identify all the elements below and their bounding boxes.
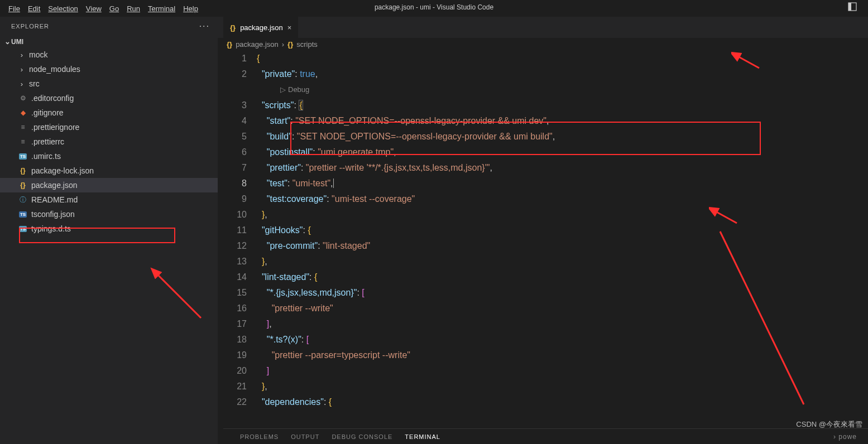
file--prettierrc[interactable]: ≡.prettierrc	[0, 134, 218, 149]
file-label: .prettierignore	[31, 123, 79, 132]
code-line[interactable]: "postinstall": "umi generate tmp",	[257, 144, 868, 160]
file--umirc-ts[interactable]: TS.umirc.ts	[0, 149, 218, 163]
code-line[interactable]: "build": "SET NODE_OPTIONS=--openssl-leg…	[257, 129, 868, 144]
menu-run[interactable]: Run	[123, 4, 144, 13]
menu-help[interactable]: Help	[179, 4, 202, 13]
code-line[interactable]: "prettier --write"	[257, 301, 868, 316]
code-content[interactable]: { "private": true,▷ Debug "scripts": { "…	[257, 51, 868, 444]
folder-mock[interactable]: ›mock	[0, 47, 218, 62]
file-label: .prettierrc	[31, 137, 64, 146]
panel-terminal[interactable]: TERMINAL	[405, 433, 440, 440]
menu-selection[interactable]: Selection	[44, 4, 81, 13]
debug-codelens[interactable]: ▷ Debug	[277, 82, 868, 98]
menu-terminal[interactable]: Terminal	[144, 4, 179, 13]
menu-edit[interactable]: Edit	[24, 4, 44, 13]
code-line[interactable]: "test": "umi-test",	[257, 176, 868, 191]
file--prettierignore[interactable]: ≡.prettierignore	[0, 120, 218, 134]
json-icon: {}	[230, 23, 236, 32]
file-label: README.md	[31, 195, 78, 204]
panel-problems[interactable]: PROBLEMS	[240, 433, 279, 440]
code-line[interactable]: "prettier": "prettier --write '**/*.{js,…	[257, 160, 868, 176]
menu-view[interactable]: View	[82, 4, 105, 13]
chevron-down-icon: ⌄	[3, 37, 11, 46]
json-icon: {}	[227, 40, 232, 49]
project-header[interactable]: ⌄ UMI	[0, 36, 218, 47]
explorer-more-icon[interactable]: ···	[199, 21, 210, 31]
watermark: CSDN @今夜來看雪	[796, 419, 862, 429]
file-label: tsconfig.json	[31, 210, 75, 219]
file-README-md[interactable]: ⓘREADME.md	[0, 192, 218, 207]
line-gutter: 12 345678910111213141516171819202122	[218, 51, 257, 444]
file-tsconfig-json[interactable]: TStsconfig.json	[0, 207, 218, 221]
layout-icon[interactable]	[848, 2, 857, 11]
code-line[interactable]: "*.ts?(x)": [	[257, 332, 868, 348]
svg-rect-1	[848, 3, 851, 11]
file-label: .editorconfig	[31, 94, 74, 103]
close-icon[interactable]: ×	[287, 23, 292, 32]
code-line[interactable]: "start": "SET NODE_OPTIONS=--openssl-leg…	[257, 113, 868, 129]
file-typings-d-ts[interactable]: TStypings.d.ts	[0, 221, 218, 236]
folder-label: src	[29, 79, 40, 88]
file-package-json[interactable]: {}package.json	[0, 178, 218, 192]
tab-package-json[interactable]: {} package.json ×	[223, 17, 299, 38]
file-label: .gitignore	[31, 108, 64, 117]
code-line[interactable]: {	[257, 51, 868, 66]
tab-bar: {} package.json ×	[218, 17, 868, 38]
chevron-right-icon: ›	[18, 80, 26, 88]
code-line[interactable]: ]	[257, 363, 868, 379]
menu-go[interactable]: Go	[105, 4, 123, 13]
project-name: UMI	[11, 38, 23, 46]
code-line[interactable]: "dependencies": {	[257, 394, 868, 410]
panel-tabs: PROBLEMS OUTPUT DEBUG CONSOLE TERMINAL ›…	[223, 428, 868, 444]
file-label: typings.d.ts	[31, 224, 71, 233]
chevron-right-icon: ›	[282, 40, 284, 49]
chevron-right-icon: ›	[18, 65, 26, 74]
folder-node_modules[interactable]: ›node_modules	[0, 62, 218, 76]
editor-area: {} package.json × {} package.json › {} s…	[218, 17, 868, 444]
file-label: .umirc.ts	[31, 152, 61, 161]
code-line[interactable]: "test:coverage": "umi-test --coverage"	[257, 191, 868, 207]
folder-label: mock	[29, 50, 47, 59]
panel-output[interactable]: OUTPUT	[291, 433, 319, 440]
code-line[interactable]: "scripts": {	[257, 98, 868, 113]
debug-label: Debug	[288, 82, 309, 98]
code-line[interactable]: "lint-staged": {	[257, 269, 868, 285]
file-label: package.json	[31, 181, 78, 190]
code-line[interactable]: "prettier --parser=typescript --write"	[257, 348, 868, 363]
folder-label: node_modules	[29, 65, 80, 74]
play-icon: ▷	[280, 82, 286, 98]
breadcrumb-file[interactable]: package.json	[236, 40, 279, 49]
file-label: package-lock.json	[31, 166, 94, 175]
folder-src[interactable]: ›src	[0, 76, 218, 91]
file--editorconfig[interactable]: ⚙.editorconfig	[0, 91, 218, 105]
sidebar: EXPLORER ··· ⌄ UMI ›mock›node_modules›sr…	[0, 17, 218, 444]
terminal-shell[interactable]: › powe	[833, 433, 857, 441]
code-line[interactable]: ],	[257, 316, 868, 332]
breadcrumb-section[interactable]: scripts	[296, 40, 318, 49]
file--gitignore[interactable]: ◆.gitignore	[0, 105, 218, 120]
explorer-title: EXPLORER	[11, 23, 49, 30]
tab-label: package.json	[240, 23, 283, 32]
chevron-right-icon: ›	[18, 51, 26, 59]
code-line[interactable]: },	[257, 207, 868, 223]
code-editor[interactable]: 12 345678910111213141516171819202122 { "…	[218, 51, 868, 444]
code-line[interactable]: "private": true,	[257, 66, 868, 82]
file-package-lock-json[interactable]: {}package-lock.json	[0, 163, 218, 178]
menu-file[interactable]: File	[4, 4, 24, 13]
file-tree: ›mock›node_modules›src⚙.editorconfig◆.gi…	[0, 47, 218, 236]
json-icon: {}	[287, 40, 293, 49]
code-line[interactable]: "*.{js,jsx,less,md,json}": [	[257, 285, 868, 301]
code-line[interactable]: "pre-commit": "lint-staged"	[257, 238, 868, 254]
code-line[interactable]: },	[257, 379, 868, 394]
panel-debug-console[interactable]: DEBUG CONSOLE	[332, 433, 392, 440]
code-line[interactable]: },	[257, 254, 868, 269]
window-title: package.json - umi - Visual Studio Code	[375, 3, 493, 11]
code-line[interactable]: "gitHooks": {	[257, 223, 868, 238]
breadcrumb[interactable]: {} package.json › {} scripts	[218, 38, 868, 51]
